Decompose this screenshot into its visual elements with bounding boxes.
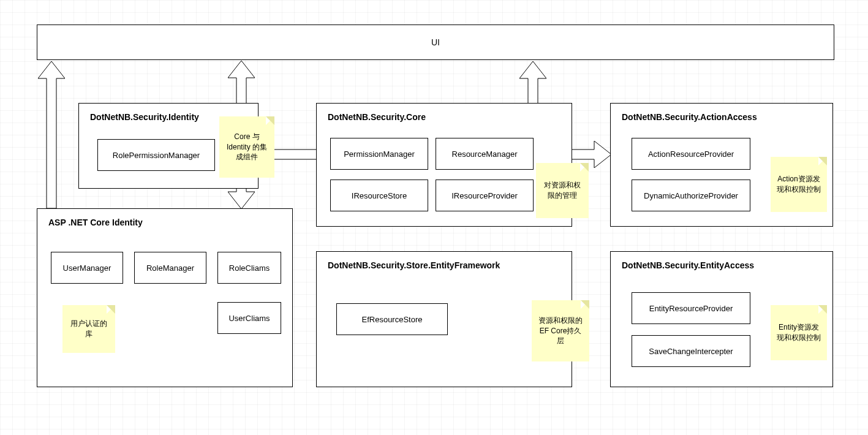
core-note-text: 对资源和权限的管理 xyxy=(541,180,584,201)
core-title: DotNetNB.Security.Core xyxy=(328,112,426,122)
identity-title: DotNetNB.Security.Identity xyxy=(90,112,199,122)
iresource-store-label: IResourceStore xyxy=(352,191,407,200)
ui-box: UI xyxy=(37,25,834,60)
role-permission-manager-box: RolePermissionManager xyxy=(97,139,215,171)
asp-module: ASP .NET Core Identity UserManager RoleM… xyxy=(37,208,293,387)
iresource-store-box: IResourceStore xyxy=(330,180,428,211)
role-manager-label: RoleManager xyxy=(146,263,194,273)
action-resource-provider-label: ActionResourceProvider xyxy=(648,149,734,159)
entity-note-text: Entity资源发现和权限控制 xyxy=(776,322,822,343)
svg-marker-0 xyxy=(38,61,65,208)
action-note: Action资源发现和权限控制 xyxy=(771,157,827,212)
user-claims-label: UserCliams xyxy=(228,314,270,323)
role-permission-manager-label: RolePermissionManager xyxy=(113,151,200,160)
ef-resource-store-label: EfResourceStore xyxy=(362,315,423,324)
user-manager-box: UserManager xyxy=(51,252,123,284)
svg-marker-2 xyxy=(519,61,546,104)
core-note: 对资源和权限的管理 xyxy=(536,163,589,218)
identity-note-text: Core 与 Identity 的集成组件 xyxy=(224,132,270,162)
entity-note: Entity资源发现和权限控制 xyxy=(771,305,827,360)
asp-note: 用户认证的库 xyxy=(62,305,115,353)
resource-manager-label: ResourceManager xyxy=(452,149,518,159)
save-change-intercepter-label: SaveChangeIntercepter xyxy=(649,347,733,356)
ef-resource-store-box: EfResourceStore xyxy=(336,303,448,335)
role-manager-box: RoleManager xyxy=(134,252,206,284)
permission-manager-box: PermissionManager xyxy=(330,138,428,170)
asp-title: ASP .NET Core Identity xyxy=(48,218,143,227)
role-claims-label: RoleCliams xyxy=(229,263,270,273)
store-title: DotNetNB.Security.Store.EntityFramework xyxy=(328,260,500,270)
arrow-core-to-ui xyxy=(519,61,546,104)
asp-note-text: 用户认证的库 xyxy=(67,319,110,339)
dynamic-authorize-provider-box: DynamicAuthorizeProvider xyxy=(632,180,750,211)
entity-resource-provider-box: EntityResourceProvider xyxy=(632,292,750,324)
entity-resource-provider-label: EntityResourceProvider xyxy=(649,304,733,313)
user-manager-label: UserManager xyxy=(63,263,111,273)
diagram-canvas: UI DotNetNB.Security.Identity RolePermis… xyxy=(0,0,868,435)
role-claims-box: RoleCliams xyxy=(217,252,281,284)
store-note: 资源和权限的EF Core持久层 xyxy=(532,300,589,361)
identity-note: Core 与 Identity 的集成组件 xyxy=(219,116,274,178)
dynamic-authorize-provider-label: DynamicAuthorizeProvider xyxy=(644,191,738,200)
action-note-text: Action资源发现和权限控制 xyxy=(776,174,822,195)
entity-title: DotNetNB.Security.EntityAccess xyxy=(622,260,754,270)
permission-manager-label: PermissionManager xyxy=(344,149,415,159)
core-module: DotNetNB.Security.Core PermissionManager… xyxy=(316,103,572,227)
action-title: DotNetNB.Security.ActionAccess xyxy=(622,112,757,122)
iresource-provider-label: IResourceProvider xyxy=(451,191,518,200)
store-note-text: 资源和权限的EF Core持久层 xyxy=(537,316,584,346)
ui-label: UI xyxy=(431,37,440,47)
arrow-asp-to-ui xyxy=(38,61,65,208)
iresource-provider-box: IResourceProvider xyxy=(436,180,534,211)
action-resource-provider-box: ActionResourceProvider xyxy=(632,138,750,170)
resource-manager-box: ResourceManager xyxy=(436,138,534,170)
save-change-intercepter-box: SaveChangeIntercepter xyxy=(632,335,750,367)
user-claims-box: UserCliams xyxy=(217,302,281,334)
